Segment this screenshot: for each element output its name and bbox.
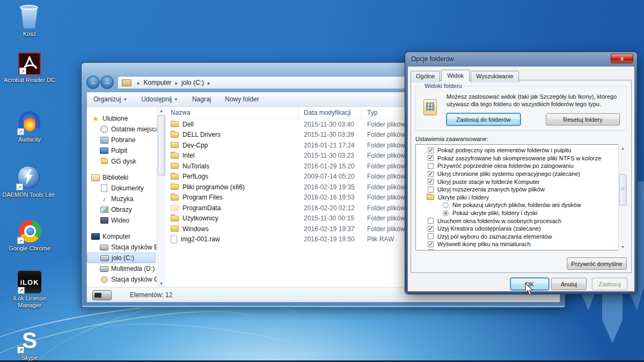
- tab-wyszukiwanie[interactable]: Wyszukiwanie: [471, 71, 519, 83]
- sidebar-item-stacja-dysk-w-cd[interactable]: Stacja dysków CD▾: [87, 274, 157, 285]
- breadcrumb-item[interactable]: Komputer: [144, 79, 172, 86]
- setting-row[interactable]: Ukryj puste stacje w folderze Komputer: [416, 178, 626, 186]
- checkbox-checked-icon[interactable]: [428, 171, 434, 177]
- sidebar-item-label: Muzyka: [111, 195, 133, 203]
- sidebar-item-stacja-dysk-w-bd[interactable]: Stacja dysków BD: [87, 242, 157, 253]
- checkbox-icon[interactable]: [428, 187, 434, 193]
- sidebar-item-ostatnie-miejsca[interactable]: Ostatnie miejsca: [87, 124, 157, 135]
- checkbox-checked-icon[interactable]: [428, 147, 434, 153]
- tab-oglne[interactable]: Ogólne: [411, 71, 440, 83]
- checkbox-checked-icon[interactable]: [428, 226, 434, 232]
- toolbar-button-nagraj[interactable]: Nagraj: [192, 95, 211, 103]
- sidebar-group-1[interactable]: Biblioteki: [87, 172, 157, 183]
- desktop-icon-audacity[interactable]: ↗Audacity: [3, 110, 56, 143]
- scrollbar-thumb[interactable]: [158, 115, 165, 175]
- setting-row[interactable]: Wyświetl ikonę pliku na miniaturach: [416, 240, 626, 248]
- shortcut-arrow-icon: ↗: [17, 237, 24, 244]
- checkbox-checked-icon[interactable]: [428, 179, 434, 184]
- sidebar-item-pulpit[interactable]: Pulpit: [87, 145, 157, 156]
- audacity-earcup-right: [35, 120, 40, 129]
- setting-label: Ukryj chronione pliki systemu operacyjne…: [437, 171, 580, 177]
- sidebar-group-gap: [87, 167, 157, 172]
- setting-row[interactable]: Ukryte pliki i foldery: [416, 194, 626, 202]
- setting-row[interactable]: Pokaż ukryte pliki, foldery i dyski: [416, 209, 626, 217]
- setting-label: Pokaż ukryte pliki, foldery i dyski: [452, 210, 537, 216]
- sidebar-item-obrazy[interactable]: Obrazy: [87, 204, 157, 215]
- radio-icon[interactable]: [443, 202, 449, 208]
- apply-to-folders-button[interactable]: Zastosuj do folderów: [447, 113, 521, 125]
- checkbox-icon[interactable]: [428, 163, 434, 169]
- setting-row[interactable]: Nie pokazuj ukrytych plików, folderów an…: [416, 201, 626, 209]
- toolbar-button-organizuj[interactable]: Organizuj▼: [93, 95, 127, 103]
- desktop-icon-label: DAEMON Tools Lite: [2, 191, 55, 198]
- checkbox-checked-icon[interactable]: [428, 241, 434, 247]
- desktop-icon-ilok[interactable]: iLOK↗iLok License Manager: [3, 271, 56, 309]
- tab-widok[interactable]: Widok: [441, 70, 470, 82]
- setting-row[interactable]: Pokaż zaszyfrowane lub skompresowane pli…: [416, 154, 626, 162]
- folder-icon: [171, 216, 179, 221]
- back-button[interactable]: ←: [86, 76, 100, 89]
- audacity-earcup-left: [19, 120, 24, 129]
- radio-selected-icon[interactable]: [443, 210, 449, 216]
- sidebar-item-dokumenty[interactable]: Dokumenty: [87, 183, 157, 194]
- toolbar-button-nowy-folder[interactable]: Nowy folder: [225, 95, 259, 103]
- sidebar-group-0[interactable]: ★Ulubione: [87, 113, 157, 124]
- file-icon: [171, 235, 177, 243]
- scroll-down-icon[interactable]: ▼: [157, 279, 165, 287]
- setting-row[interactable]: Przywróć poprzednie okna folderów po zal…: [416, 162, 626, 170]
- scroll-up-icon[interactable]: ▲: [157, 107, 165, 114]
- folder-icon: [171, 195, 179, 201]
- ok-button[interactable]: OK: [510, 278, 549, 290]
- sidebar-item-jolo-c-[interactable]: jolo (C:): [87, 253, 156, 263]
- desktop-icon-label: Skype: [3, 354, 56, 361]
- checkbox-icon[interactable]: [428, 218, 434, 224]
- desktop-icon: [100, 147, 108, 154]
- file-modified-cell: 2015-11-30 03:39: [298, 131, 362, 138]
- settings-scrollbar[interactable]: ▲ ▼: [618, 144, 627, 250]
- desktop-icon-recycle-bin[interactable]: Kosz: [3, 4, 56, 38]
- desktop-icon-label: Google Chrome: [3, 245, 56, 252]
- folder-icon: [171, 163, 179, 169]
- reset-folders-button[interactable]: Resetuj foldery: [546, 113, 620, 125]
- column-header-date[interactable]: Data modyfikacji: [298, 107, 362, 119]
- setting-row[interactable]: Użyj Kreatora udostępniania (zalecane): [416, 225, 626, 233]
- setting-row[interactable]: Ukryj rozszerzenia znanych typów plików: [416, 186, 626, 194]
- setting-row[interactable]: Pokaż podręczny opis elementów folderów …: [416, 146, 626, 154]
- desktop-icon-skype[interactable]: S↗Skype: [3, 328, 56, 361]
- checkbox-icon[interactable]: [428, 233, 434, 239]
- apply-button[interactable]: Zastosuj: [592, 278, 627, 290]
- scrollbar-thumb[interactable]: [619, 174, 627, 205]
- setting-row[interactable]: Uruchom okna folderów w osobnych procesa…: [416, 217, 626, 225]
- desktop-icon-acrobat[interactable]: ↗Acrobat Reader DC: [3, 53, 56, 84]
- breadcrumb-item[interactable]: jolo (C:): [181, 79, 204, 86]
- toolbar-button-udost-pnij[interactable]: Udostępnij▼: [141, 95, 178, 103]
- scroll-up-icon[interactable]: ▲: [619, 144, 627, 152]
- file-name-cell: Dev-Cpp: [165, 142, 298, 149]
- column-header-name[interactable]: Nazwa: [165, 107, 298, 119]
- file-name-cell: img2-001.raw: [165, 235, 298, 243]
- forward-button[interactable]: →: [100, 76, 114, 89]
- checkbox-checked-icon[interactable]: [428, 249, 434, 250]
- cancel-button[interactable]: Anuluj: [551, 278, 587, 290]
- sidebar-item-wideo[interactable]: Wideo: [87, 215, 157, 226]
- setting-row[interactable]: Wyświetl informacje o rozmiarze plików w…: [416, 248, 626, 250]
- column-header-label: Nazwa: [171, 109, 191, 116]
- sidebar-item-muzyka[interactable]: ♪Muzyka: [87, 194, 157, 204]
- desktop-icon-chrome[interactable]: ↗Google Chrome: [3, 219, 56, 252]
- sidebar-item-pobrane[interactable]: Pobrane: [87, 135, 157, 145]
- sidebar-group-2[interactable]: Komputer: [87, 231, 157, 242]
- checkbox-checked-icon[interactable]: [428, 155, 434, 161]
- scroll-down-icon[interactable]: ▼: [619, 243, 627, 250]
- restore-defaults-button[interactable]: Przywróć domyślne: [567, 257, 627, 270]
- close-button[interactable]: x: [611, 54, 633, 63]
- sidebar-item-gg-dysk[interactable]: GG dysk: [87, 156, 157, 167]
- toolbar-button-label: Udostępnij: [141, 95, 172, 103]
- setting-row[interactable]: Ukryj chronione pliki systemu operacyjne…: [416, 170, 626, 178]
- file-modified-cell: 2015-11-30 03:23: [298, 152, 362, 159]
- sidebar-item-multimedia-d-[interactable]: Multimedia (D:): [87, 263, 157, 274]
- column-header-label: Data modyfikacji: [304, 109, 351, 116]
- setting-row[interactable]: Użyj pól wyboru do zaznaczania elementów: [416, 233, 626, 241]
- sidebar-scrollbar[interactable]: ▲ ▼: [157, 107, 165, 287]
- skype-icon: S↗: [17, 328, 42, 353]
- desktop-icon-daemon-tools[interactable]: ↗DAEMON Tools Lite: [2, 165, 55, 198]
